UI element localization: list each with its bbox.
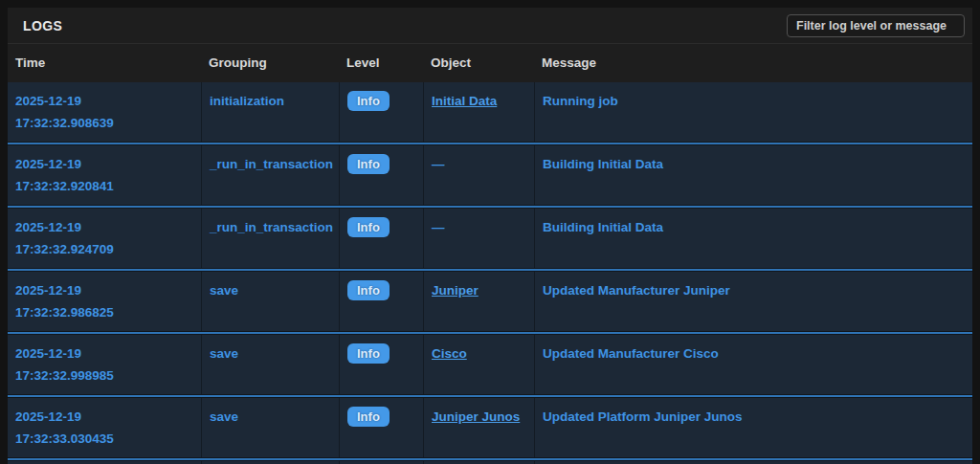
cell-message: Updated Manufacturer Cisco [534, 335, 972, 394]
log-filter-input[interactable] [787, 14, 965, 37]
level-badge: Info [347, 343, 390, 364]
cell-time: 2025-12-19 17:32:32.924709 [8, 209, 201, 268]
log-row: 2025-12-19 17:32:32.986825 save Info Jun… [8, 272, 972, 331]
cell-level: Info [339, 272, 423, 331]
log-row: 2025-12-19 17:32:33.030435 save Info Jun… [8, 398, 972, 457]
object-link[interactable]: Juniper [432, 283, 479, 298]
cell-time: 2025-12-19 17:32:32.986825 [8, 272, 201, 331]
column-header-object: Object [423, 44, 534, 82]
level-badge: Info [347, 91, 390, 111]
cell-level: Info [339, 145, 423, 205]
cell-object: Juniper Junos [423, 398, 534, 457]
log-row: 2025-12-19 17:32:32.920841 _run_in_trans… [8, 145, 972, 205]
object-empty: — [432, 157, 445, 171]
log-row: 2025-12-19 17:32:32.924709 _run_in_trans… [8, 209, 972, 268]
log-time: 17:32:32.908639 [15, 112, 193, 134]
logs-panel: LOGS Time Grouping Level Object Message … [8, 8, 972, 464]
cell-object: Juniper [423, 272, 534, 331]
panel-title: LOGS [23, 18, 62, 33]
log-date: 2025-12-19 [15, 279, 193, 301]
cell-message: Building Initial Data [534, 209, 972, 268]
column-header-message: Message [534, 44, 972, 82]
cell-message: Running job [534, 82, 972, 142]
table-header: Time Grouping Level Object Message [8, 44, 972, 82]
log-time: 17:32:32.998985 [15, 365, 193, 387]
cell-object: Initial Data [423, 82, 534, 142]
cell-grouping: _run_in_transaction [201, 209, 339, 268]
cell-time: 2025-12-19 17:32:32.908639 [8, 82, 201, 142]
level-badge: Info [347, 280, 390, 300]
log-time: 17:32:33.030435 [15, 428, 193, 450]
cell-time: 2025-12-19 17:32:32.920841 [8, 145, 201, 205]
cell-message: Updated Manufacturer Juniper [534, 272, 972, 331]
cell-object: Cisco [423, 335, 534, 394]
cell-grouping: save [201, 272, 339, 331]
cell-grouping: initialization [201, 82, 339, 142]
panel-header: LOGS [8, 8, 972, 44]
log-date: 2025-12-19 [15, 153, 193, 175]
cell-time: 2025-12-19 17:32:32.998985 [8, 335, 201, 394]
table-body: 2025-12-19 17:32:32.908639 initializatio… [8, 82, 972, 464]
log-date: 2025-12-19 [15, 216, 193, 238]
column-header-level: Level [339, 44, 423, 82]
cell-object: — [423, 209, 534, 268]
log-row: 2025-12-19 17:32:32.998985 save Info Cis… [8, 335, 972, 394]
cell-level: Info [339, 209, 423, 268]
cell-grouping: save [201, 335, 339, 394]
cell-object: — [423, 145, 534, 205]
object-link[interactable]: Initial Data [432, 94, 497, 108]
cell-message: Building Initial Data [534, 145, 972, 205]
log-time: 17:32:32.924709 [15, 238, 193, 260]
cell-level: Info [339, 82, 423, 142]
cell-message: Updated Platform Juniper Junos [534, 398, 972, 457]
object-link[interactable]: Cisco [432, 346, 467, 361]
log-date: 2025-12-19 [15, 90, 193, 112]
object-link[interactable]: Juniper Junos [432, 409, 520, 424]
page: { "panel": { "title": "LOGS" }, "filter"… [0, 0, 980, 464]
column-header-time: Time [8, 44, 201, 82]
log-date: 2025-12-19 [15, 406, 193, 428]
log-time: 17:32:32.920841 [15, 175, 193, 197]
level-badge: Info [347, 217, 390, 237]
cell-level: Info [339, 398, 423, 457]
column-header-grouping: Grouping [201, 44, 339, 82]
cell-grouping: save [201, 398, 339, 457]
cell-time: 2025-12-19 17:32:33.030435 [8, 398, 201, 457]
log-row: 2025-12-19 17:32:32.908639 initializatio… [8, 82, 972, 142]
level-badge: Info [347, 154, 390, 174]
cell-grouping: _run_in_transaction [201, 145, 339, 205]
level-badge: Info [347, 407, 390, 427]
object-empty: — [432, 220, 445, 234]
log-date: 2025-12-19 [15, 342, 193, 365]
cell-level: Info [339, 335, 423, 394]
log-time: 17:32:32.986825 [15, 301, 193, 323]
